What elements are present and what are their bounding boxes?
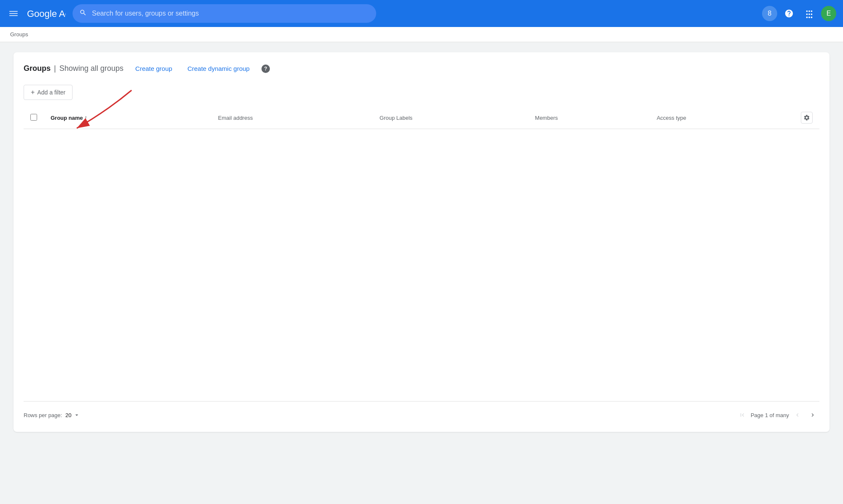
- pagination-section: Page 1 of many: [735, 408, 819, 422]
- breadcrumb: Groups: [0, 27, 843, 42]
- search-input[interactable]: [92, 10, 369, 17]
- svg-rect-1: [9, 13, 18, 14]
- page-header: Groups | Showing all groups Create group…: [24, 62, 819, 75]
- select-all-checkbox-col: [24, 107, 44, 129]
- search-bar[interactable]: [73, 4, 376, 23]
- first-page-button[interactable]: [735, 408, 749, 422]
- menu-icon[interactable]: [7, 9, 20, 18]
- chevron-down-icon: [73, 412, 80, 418]
- svg-text:Google Admin: Google Admin: [27, 8, 66, 19]
- create-group-button[interactable]: Create group: [132, 62, 176, 75]
- filter-bar: + Add a filter: [24, 85, 819, 100]
- access-type-column-header[interactable]: Access type: [650, 107, 794, 129]
- next-page-button[interactable]: [806, 408, 819, 422]
- apps-grid-icon[interactable]: [801, 5, 818, 22]
- svg-rect-0: [9, 11, 18, 12]
- select-all-checkbox[interactable]: [30, 114, 37, 121]
- google-admin-logo: Google Admin: [27, 7, 66, 20]
- add-filter-button[interactable]: + Add a filter: [24, 85, 73, 100]
- group-name-column-header[interactable]: Group name ↑: [44, 107, 211, 129]
- rows-per-page-section: Rows per page: 20: [24, 412, 80, 418]
- top-navigation: Google Admin 8 E: [0, 0, 843, 27]
- prev-page-button[interactable]: [791, 408, 804, 422]
- table-header-row: Group name ↑ Email address Group Labels …: [24, 107, 819, 129]
- group-labels-column-header[interactable]: Group Labels: [373, 107, 528, 129]
- table-footer: Rows per page: 20 Page 1 of many: [24, 401, 819, 422]
- rows-per-page-select[interactable]: 20: [65, 412, 80, 418]
- svg-rect-2: [9, 15, 18, 16]
- help-icon[interactable]: [781, 5, 797, 22]
- groups-table: Group name ↑ Email address Group Labels …: [24, 107, 819, 129]
- page-title-section: Groups | Showing all groups: [24, 64, 124, 73]
- page-subtitle: Showing all groups: [59, 64, 124, 73]
- page-title: Groups: [24, 64, 51, 73]
- main-content: Groups | Showing all groups Create group…: [0, 42, 843, 502]
- search-icon: [79, 9, 87, 19]
- create-dynamic-group-button[interactable]: Create dynamic group: [184, 62, 253, 75]
- nav-right-icons: 8 E: [762, 5, 836, 22]
- support-number-icon[interactable]: 8: [762, 6, 777, 21]
- email-address-column-header[interactable]: Email address: [211, 107, 373, 129]
- page-info-text: Page 1 of many: [751, 412, 789, 418]
- sort-ascending-icon: ↑: [85, 115, 87, 121]
- table-settings-col: [794, 107, 819, 129]
- help-circle-icon[interactable]: ?: [261, 65, 270, 73]
- members-column-header[interactable]: Members: [528, 107, 650, 129]
- user-avatar[interactable]: E: [821, 6, 836, 21]
- plus-icon: +: [31, 89, 35, 96]
- page-card: Groups | Showing all groups Create group…: [13, 52, 830, 432]
- page-title-divider: |: [54, 64, 56, 73]
- table-settings-icon[interactable]: [801, 112, 813, 124]
